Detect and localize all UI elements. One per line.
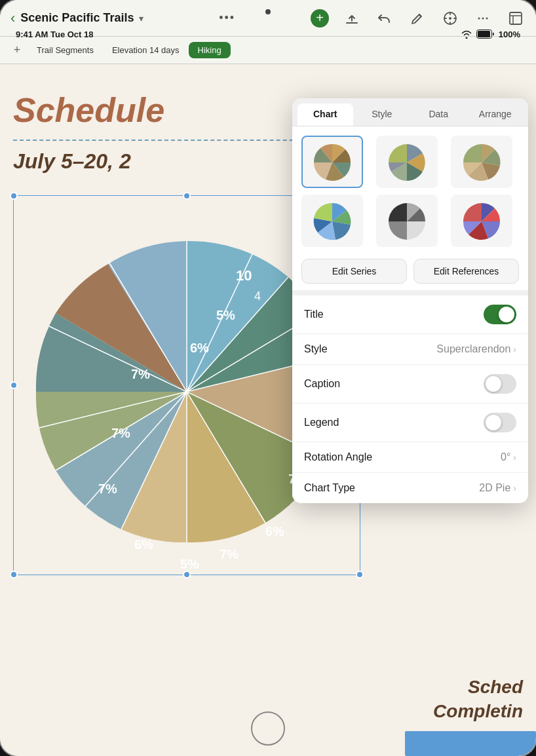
svg-point-7 — [486, 17, 488, 19]
tab-data[interactable]: Data — [411, 104, 467, 126]
title-toggle[interactable] — [484, 305, 516, 324]
status-bar: 9:41 AM Tue Oct 18 100% — [0, 24, 536, 45]
tab-style[interactable]: Style — [354, 104, 410, 126]
handle-mid-left[interactable] — [10, 381, 18, 389]
doc-title: Scenic Pacific Trails — [20, 11, 134, 25]
edit-buttons-row: Edit Series Edit References — [292, 254, 528, 290]
style-label: Style — [304, 343, 328, 355]
chart-type-label: Chart Type — [304, 482, 355, 494]
caption-label: Caption — [304, 378, 340, 390]
svg-rect-1 — [478, 31, 490, 37]
chart-thumb-5[interactable] — [376, 195, 438, 247]
chart-type-value: 2D Pie › — [479, 482, 516, 494]
schedule-title: Schedule — [13, 90, 164, 130]
tab-arrange[interactable]: Arrange — [468, 104, 524, 126]
titlebar-center: ••• — [219, 11, 235, 25]
date-subtitle: July 5–20, 2 — [13, 149, 131, 174]
chart-thumb-4[interactable] — [301, 195, 363, 247]
edit-references-button[interactable]: Edit References — [413, 259, 519, 284]
handle-top-left[interactable] — [10, 192, 18, 200]
caption-row: Caption — [292, 365, 528, 404]
title-chevron-icon[interactable]: ▾ — [139, 13, 144, 24]
chart-settings: Title Style Superclarendon › Caption — [292, 290, 528, 503]
svg-rect-8 — [510, 12, 522, 24]
rotation-angle-value: 0° › — [501, 451, 516, 463]
chart-type-row[interactable]: Chart Type 2D Pie › — [292, 473, 528, 503]
more-dots-icon: ••• — [219, 11, 235, 25]
rotation-angle-label: Rotation Angle — [304, 451, 372, 463]
handle-bottom-right[interactable] — [356, 571, 364, 578]
rotation-angle-row[interactable]: Rotation Angle 0° › — [292, 442, 528, 473]
handle-bottom-mid[interactable] — [183, 571, 191, 578]
status-time: 9:41 AM Tue Oct 18 — [16, 29, 94, 39]
chart-thumb-2[interactable] — [376, 136, 438, 188]
title-label: Title — [304, 309, 324, 320]
style-chevron-icon: › — [513, 344, 516, 354]
handle-bottom-left[interactable] — [10, 571, 18, 578]
tab-chart[interactable]: Chart — [297, 104, 353, 126]
battery-icon — [476, 29, 495, 39]
home-button[interactable] — [251, 711, 285, 746]
panel-tabs: Chart Style Data Arrange — [292, 98, 528, 126]
chart-thumb-1[interactable] — [301, 136, 363, 188]
rotation-chevron-icon: › — [513, 452, 516, 463]
legend-label: Legend — [304, 417, 339, 428]
legend-row: Legend — [292, 404, 528, 442]
edit-series-button[interactable]: Edit Series — [301, 259, 407, 284]
chart-panel: Chart Style Data Arrange — [292, 98, 528, 503]
chart-thumb-3[interactable] — [451, 136, 512, 188]
style-row[interactable]: Style Superclarendon › — [292, 334, 528, 365]
svg-point-6 — [478, 17, 480, 19]
svg-point-4 — [449, 17, 451, 20]
chart-thumb-6[interactable] — [451, 195, 512, 247]
title-row: Title — [292, 295, 528, 334]
legend-toggle[interactable] — [484, 413, 516, 432]
chart-thumbnails — [292, 126, 528, 254]
wifi-icon — [461, 30, 472, 39]
svg-point-5 — [482, 17, 484, 19]
bottom-bar — [405, 731, 536, 756]
camera-dot — [265, 9, 271, 14]
chart-type-chevron-icon: › — [513, 483, 516, 493]
sched-complete-text: Sched Completin — [433, 675, 523, 723]
dashed-divider — [13, 140, 339, 141]
caption-toggle[interactable] — [484, 374, 516, 394]
style-value: Superclarendon › — [436, 343, 516, 355]
handle-top-mid[interactable] — [183, 192, 191, 200]
status-right: 100% — [461, 29, 520, 39]
